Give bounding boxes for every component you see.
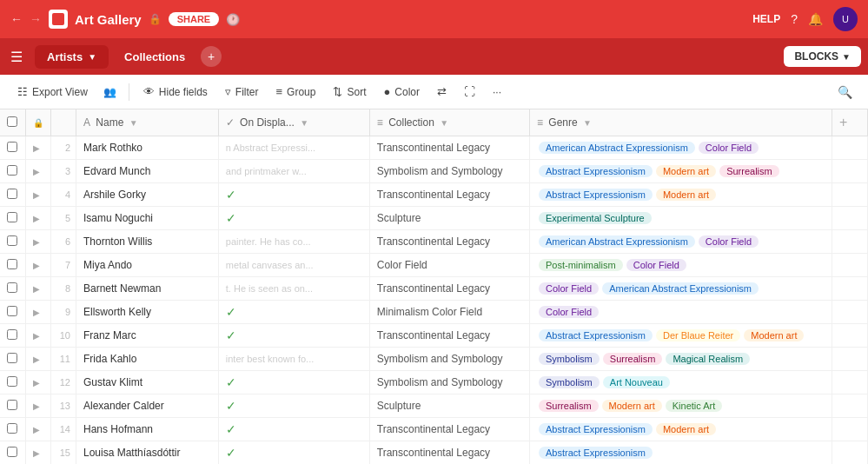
row-expand[interactable]: ▶ (25, 418, 51, 441)
row-collection: Symbolism and Symbology (369, 348, 529, 371)
row-expand[interactable]: ▶ (25, 371, 51, 394)
sort-button[interactable]: ⇅ Sort (326, 82, 373, 102)
row-expand[interactable]: ▶ (25, 301, 51, 324)
row-add-col (832, 371, 868, 394)
row-expand[interactable]: ▶ (25, 136, 51, 160)
row-checkbox[interactable] (0, 301, 25, 324)
col-header-add[interactable]: + (832, 109, 868, 136)
row-display: ✓ (218, 183, 369, 207)
row-checkbox[interactable] (0, 136, 25, 160)
sort-label: Sort (347, 86, 366, 98)
row-checkbox[interactable] (0, 183, 25, 207)
row-name[interactable]: Miya Ando (76, 254, 219, 277)
more-button[interactable]: ··· (486, 83, 508, 102)
row-checkbox[interactable] (0, 254, 25, 277)
row-checkbox[interactable] (0, 394, 25, 418)
col-header-name[interactable]: A Name ▼ (76, 109, 219, 136)
row-name[interactable]: Hans Hofmann (76, 418, 219, 441)
row-display: t. He is seen as on... (218, 277, 369, 301)
row-expand[interactable]: ▶ (25, 254, 51, 277)
row-expand[interactable]: ▶ (25, 394, 51, 418)
row-expand[interactable]: ▶ (25, 160, 51, 183)
row-name[interactable]: Alexander Calder (76, 394, 219, 418)
row-checkbox[interactable] (0, 348, 25, 371)
group-button[interactable]: ≡ Group (269, 82, 323, 102)
color-button[interactable]: ● Color (376, 82, 427, 102)
search-icon[interactable]: 🔍 (832, 82, 858, 103)
row-name[interactable]: Louisa Matthíasdóttir (76, 441, 219, 465)
name-col-sort: ▼ (129, 118, 138, 128)
row-display: n Abstract Expressi... (218, 136, 369, 160)
app-title: Art Gallery (75, 12, 142, 27)
nav-back-icon[interactable]: ← (10, 12, 23, 26)
row-expand[interactable]: ▶ (25, 207, 51, 230)
row-checkbox[interactable] (0, 441, 25, 465)
row-expand[interactable]: ▶ (25, 277, 51, 301)
table-row: ▶12Gustav Klimt✓Symbolism and SymbologyS… (0, 371, 868, 394)
blocks-button[interactable]: BLOCKS ▼ (784, 46, 861, 67)
tab-collections[interactable]: Collections (112, 45, 197, 69)
row-name[interactable]: Edvard Munch (76, 160, 219, 183)
row-number: 11 (51, 348, 76, 371)
export-view-button[interactable]: ☷ Export View (10, 82, 95, 102)
hide-fields-button[interactable]: 👁 Hide fields (136, 82, 215, 102)
row-checkbox[interactable] (0, 160, 25, 183)
users-icon-group: 👥 (98, 83, 122, 101)
row-name[interactable]: Barnett Newman (76, 277, 219, 301)
genre-tag: Kinetic Art (666, 400, 723, 412)
table-row: ▶13Alexander Calder✓SculptureSurrealismM… (0, 394, 868, 418)
row-collection: Sculpture (369, 207, 529, 230)
row-checkbox[interactable] (0, 230, 25, 254)
row-checkbox[interactable] (0, 277, 25, 301)
user-avatar[interactable]: U (833, 7, 858, 31)
col-header-display[interactable]: ✓ On Displa... ▼ (218, 109, 369, 136)
row-display: ✓ (218, 301, 369, 324)
row-checkbox[interactable] (0, 371, 25, 394)
genre-tag: Der Blaue Reiter (656, 329, 740, 341)
row-expand[interactable]: ▶ (25, 230, 51, 254)
toolbar: ☷ Export View 👥 👁 Hide fields ▿ Filter ≡… (0, 75, 868, 109)
row-checkbox[interactable] (0, 418, 25, 441)
nav-forward-icon[interactable]: → (30, 12, 42, 26)
row-name[interactable]: Isamu Noguchi (76, 207, 219, 230)
row-name[interactable]: Franz Marc (76, 324, 219, 348)
genre-tag: Art Nouveau (603, 376, 670, 388)
filter-button[interactable]: ▿ Filter (218, 82, 266, 102)
fullscreen-button[interactable]: ⛶ (457, 82, 482, 102)
row-name[interactable]: Ellsworth Kelly (76, 301, 219, 324)
question-icon[interactable]: ? (791, 12, 798, 26)
table-row: ▶5Isamu Noguchi✓SculptureExperimental Sc… (0, 207, 868, 230)
row-genre: Abstract ExpressionismModern art (530, 183, 832, 207)
bell-icon[interactable]: 🔔 (808, 12, 823, 26)
row-number: 9 (51, 301, 76, 324)
collection-col-label: Collection (388, 116, 434, 129)
help-text[interactable]: HELP (752, 13, 780, 25)
row-checkbox[interactable] (0, 324, 25, 348)
hamburger-icon[interactable]: ☰ (7, 45, 26, 69)
history-icon[interactable]: 🕐 (226, 13, 240, 26)
row-genre: American Abstract ExpressionismColor Fie… (530, 136, 832, 160)
col-header-checkbox[interactable] (0, 109, 25, 136)
tab-artists-label: Artists (47, 50, 83, 63)
col-header-collection[interactable]: ≡ Collection ▼ (369, 109, 529, 136)
blocks-chevron-icon: ▼ (842, 52, 851, 62)
row-expand[interactable]: ▶ (25, 324, 51, 348)
row-height-button[interactable]: ⇄ (430, 82, 454, 102)
row-expand[interactable]: ▶ (25, 441, 51, 465)
add-tab-button[interactable]: + (201, 46, 222, 67)
row-checkbox[interactable] (0, 207, 25, 230)
col-header-genre[interactable]: ≡ Genre ▼ (530, 109, 832, 136)
row-expand[interactable]: ▶ (25, 348, 51, 371)
share-button[interactable]: SHARE (169, 12, 220, 26)
row-expand[interactable]: ▶ (25, 183, 51, 207)
row-name[interactable]: Mark Rothko (76, 136, 219, 160)
row-name[interactable]: Thornton Willis (76, 230, 219, 254)
row-name[interactable]: Frida Kahlo (76, 348, 219, 371)
genre-tag: Modern art (744, 329, 804, 341)
row-name[interactable]: Gustav Klimt (76, 371, 219, 394)
row-number: 15 (51, 441, 76, 465)
genre-tag: Symbolism (539, 376, 600, 388)
row-name[interactable]: Arshile Gorky (76, 183, 219, 207)
tab-artists[interactable]: Artists ▼ (35, 45, 109, 69)
add-col-icon[interactable]: + (839, 115, 847, 129)
